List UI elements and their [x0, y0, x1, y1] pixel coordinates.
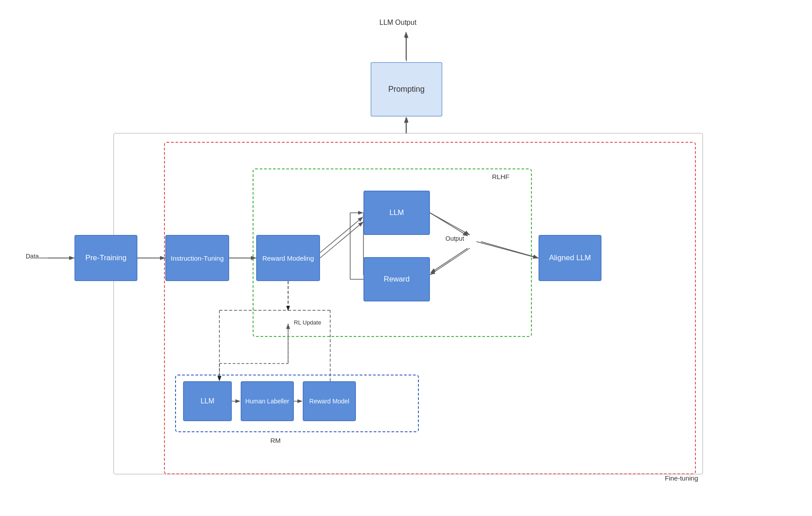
instruction-tuning-box: Instruction-Tuning	[165, 235, 229, 281]
llm-inner-label: LLM	[389, 208, 404, 217]
prompting-box: Prompting	[371, 62, 442, 117]
aligned-llm-box: Aligned LLM	[539, 235, 601, 281]
llm-rm-box: LLM	[183, 381, 232, 421]
diagram: LLM Output Prompting Data Pre-Training I…	[0, 0, 812, 516]
human-labeller-box: Human Labeller	[241, 381, 294, 421]
reward-model-label: Reward Model	[309, 398, 349, 405]
pretraining-box: Pre-Training	[74, 235, 137, 281]
pretraining-label: Pre-Training	[86, 254, 127, 262]
reward-modeling-box: Reward Modeling	[256, 235, 320, 281]
reward-inner-box: Reward	[363, 257, 430, 301]
fine-tuning-label: Fine-tuning	[665, 474, 698, 482]
reward-model-box: Reward Model	[303, 381, 356, 421]
output-label: Output	[445, 235, 464, 242]
human-labeller-label: Human Labeller	[246, 398, 289, 405]
rlhf-label: RLHF	[492, 173, 509, 180]
aligned-llm-label: Aligned LLM	[549, 254, 591, 262]
reward-inner-label: Reward	[384, 275, 410, 284]
instruction-tuning-label: Instruction-Tuning	[171, 254, 224, 262]
prompting-label: Prompting	[388, 85, 425, 94]
reward-modeling-label: Reward Modeling	[262, 254, 314, 262]
llm-rm-label: LLM	[200, 397, 214, 405]
data-label: Data	[26, 253, 39, 260]
llm-inner-box: LLM	[363, 191, 430, 235]
llm-output-label: LLM Output	[379, 19, 417, 27]
rm-label: RM	[270, 437, 281, 444]
rl-update-label: RL Update	[294, 319, 321, 326]
